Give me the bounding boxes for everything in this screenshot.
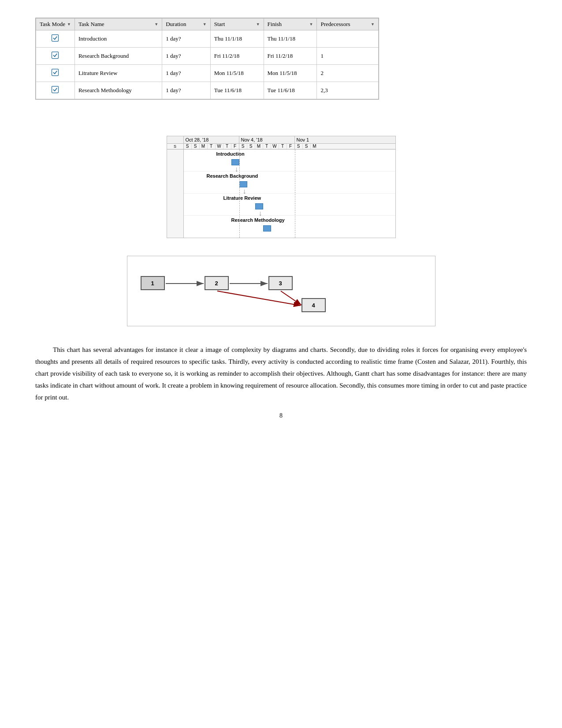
gantt-table-section: Task Mode ▼ Task Name ▼ Duration ▼ [35,18,527,119]
dropdown-arrow-duration[interactable]: ▼ [203,22,207,26]
th-finish[interactable]: Finish ▼ [264,19,317,30]
svg-rect-3 [52,86,59,93]
network-svg [127,256,436,327]
gantt-bar-research-methodology [263,225,271,231]
dropdown-arrow-task-mode[interactable]: ▼ [67,22,71,26]
gantt-bar-research-background [239,181,247,187]
date-group-nov1: Nov 1 [295,136,395,143]
gantt-table-wrapper: Task Mode ▼ Task Name ▼ Duration ▼ [35,18,379,100]
task-start-cell: Fri 11/2/18 [210,48,264,65]
task-duration-cell: 1 day? [162,30,210,48]
th-task-name[interactable]: Task Name ▼ [74,19,162,30]
arrow-2-3: ↓ [243,187,246,195]
date-group-oct: Oct 28, '18 [184,136,239,143]
chart-label-research-background: Research Background [207,173,258,179]
th-predecessors[interactable]: Predecessors ▼ [317,19,379,30]
task-duration-cell: 1 day? [162,48,210,65]
task-finish-cell: Fri 11/2/18 [264,48,317,65]
task-finish-cell: Thu 11/1/18 [264,30,317,48]
dropdown-arrow-start[interactable]: ▼ [256,22,260,26]
task-duration-cell: 1 day? [162,82,210,99]
task-icon [51,34,60,42]
task-name-cell: Research Background [74,48,162,65]
task-start-cell: Mon 11/5/18 [210,65,264,82]
task-icon [51,68,60,77]
dropdown-arrow-finish[interactable]: ▼ [309,22,313,26]
table-row: Litrature Review 1 day? Mon 11/5/18 Mon … [36,65,379,82]
network-diagram: 1 2 3 4 [127,256,435,326]
svg-rect-2 [52,69,59,76]
gantt-bar-litrature-review [255,203,263,209]
svg-rect-0 [52,35,59,41]
task-predecessors-cell [317,30,379,48]
dropdown-arrow-task-name[interactable]: ▼ [154,22,158,26]
gantt-bar-introduction [231,159,239,165]
date-group-nov4: Nov 4, '18 [239,136,295,143]
task-predecessors-cell: 2 [317,65,379,82]
task-mode-cell [36,82,75,99]
task-finish-cell: Mon 11/5/18 [264,65,317,82]
svg-rect-1 [52,52,59,59]
table-row: Introduction 1 day? Thu 11/1/18 Thu 11/1… [36,30,379,48]
task-start-cell: Thu 11/1/18 [210,30,264,48]
body-paragraph: This chart has several advantages for in… [35,344,527,403]
svg-line-8 [217,291,301,306]
task-mode-cell [36,30,75,48]
task-mode-cell [36,65,75,82]
task-predecessors-cell: 2,3 [317,82,379,99]
arrow-1-2: ↓ [235,165,238,173]
dropdown-arrow-predecessors[interactable]: ▼ [371,22,375,26]
task-name-cell: Litrature Review [74,65,162,82]
network-node-4: 4 [301,298,326,312]
gantt-table: Task Mode ▼ Task Name ▼ Duration ▼ [36,18,379,99]
th-task-mode[interactable]: Task Mode ▼ [36,19,75,30]
chart-label-introduction: Introduction [216,151,245,157]
network-node-2: 2 [205,276,229,290]
table-row: Research Methodology 1 day? Tue 11/6/18 … [36,82,379,99]
task-icon [51,51,60,60]
chart-label-litrature-review: Litrature Review [223,195,261,201]
th-start[interactable]: Start ▼ [210,19,264,30]
page-number: 8 [35,412,527,419]
task-icon [51,85,60,94]
task-duration-cell: 1 day? [162,65,210,82]
table-row: Research Background 1 day? Fri 11/2/18 F… [36,48,379,65]
arrow-3-4: ↓ [259,209,262,217]
th-duration[interactable]: Duration ▼ [162,19,210,30]
task-finish-cell: Tue 11/6/18 [264,82,317,99]
network-node-3: 3 [268,276,293,290]
task-name-cell: Introduction [74,30,162,48]
task-predecessors-cell: 1 [317,48,379,65]
gantt-chart-visual: Oct 28, '18 Nov 4, '18 Nov 1 S S S M T W… [167,136,396,238]
task-name-cell: Research Methodology [74,82,162,99]
network-node-1: 1 [141,276,165,290]
task-start-cell: Tue 11/6/18 [210,82,264,99]
task-mode-cell [36,48,75,65]
